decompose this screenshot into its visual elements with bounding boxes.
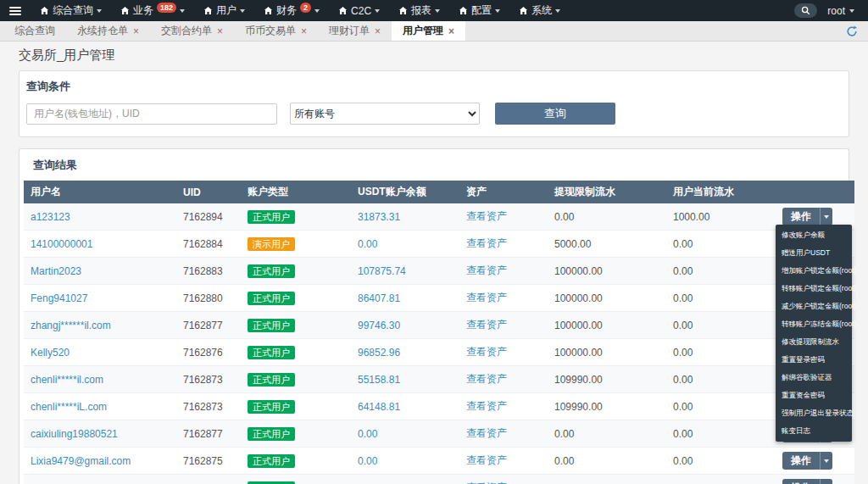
tab[interactable]: 交割合约单 × — [150, 21, 234, 41]
tab-label: 综合查询 — [14, 24, 55, 38]
balance-link[interactable]: 99746.30 — [358, 320, 400, 331]
tab-close-icon[interactable]: × — [217, 26, 223, 36]
view-assets-link[interactable]: 查看资产 — [466, 454, 507, 466]
tab[interactable]: 用户管理 × — [392, 21, 465, 41]
tab[interactable]: 综合查询 × — [3, 21, 66, 41]
action-button[interactable]: 操作 — [782, 479, 820, 484]
user-name: root — [827, 5, 845, 17]
table-row: Martin2023 7162883 正式用户 107875.74 查看资产 1… — [24, 258, 854, 285]
account-type-select[interactable]: 所有账号 — [290, 103, 480, 125]
current-flow-cell: 0.00 — [666, 393, 776, 420]
navbar-menu-item[interactable]: 业务 182 — [111, 0, 194, 21]
view-assets-link[interactable]: 查看资产 — [466, 346, 507, 358]
action-split-button: 操作 — [782, 452, 832, 470]
table-row: Lichun*****il.com 7162872 正式用户 0.00 查看资产… — [24, 475, 854, 484]
username-link[interactable]: zhangj******il.com — [31, 320, 111, 331]
navbar-menu-item[interactable]: 用户 — [194, 0, 254, 21]
tab-label: 理财订单 — [329, 24, 370, 38]
tab-close-icon[interactable]: × — [133, 26, 139, 36]
navbar-menu-item[interactable]: 系统 — [509, 0, 570, 21]
refresh-button[interactable] — [844, 24, 860, 39]
action-menu-item[interactable]: 账变日志 — [776, 422, 852, 440]
action-menu-item[interactable]: 修改提现限制流水 — [776, 333, 852, 351]
search-button[interactable]: 查询 — [495, 103, 615, 125]
action-dropdown-toggle[interactable] — [820, 208, 832, 225]
username-link[interactable]: chenli*****il.com — [31, 374, 103, 386]
username-link[interactable]: Kelly520 — [31, 347, 70, 359]
action-menu-item[interactable]: 增加账户锁定金额(root) — [776, 262, 852, 280]
notification-badge: 2 — [300, 3, 311, 13]
tab-label: 币币交易单 — [245, 24, 296, 38]
username-link[interactable]: Feng941027 — [31, 292, 87, 304]
action-menu-item[interactable]: 重置登录密码 — [776, 351, 852, 369]
view-assets-link[interactable]: 查看资产 — [466, 292, 507, 303]
account-type-badge: 正式用户 — [248, 346, 295, 359]
action-menu-item[interactable]: 赠送用户USDT — [776, 244, 852, 262]
tab[interactable]: 币币交易单 × — [234, 21, 318, 41]
action-menu-item[interactable]: 转移账户冻结金额(root) — [776, 315, 852, 333]
tab-label: 永续持仓单 — [77, 24, 128, 38]
navbar-menu-item[interactable]: 财务 2 — [254, 0, 329, 21]
balance-link[interactable]: 0.00 — [358, 455, 377, 467]
navbar-menu-item[interactable]: 综合查询 — [31, 0, 111, 21]
action-dropdown-toggle[interactable] — [820, 452, 832, 470]
action-menu-item[interactable]: 重置资金密码 — [776, 387, 852, 404]
username-link[interactable]: 14100000001 — [31, 238, 92, 250]
navbar-search-button[interactable] — [794, 3, 817, 18]
view-assets-link[interactable]: 查看资产 — [466, 427, 507, 439]
tab-close-icon[interactable]: × — [301, 26, 307, 36]
tab[interactable]: 理财订单 × — [318, 21, 392, 41]
action-menu-item[interactable]: 强制用户退出登录状态 — [776, 404, 852, 422]
tab[interactable]: 永续持仓单 × — [66, 21, 150, 41]
query-controls: 所有账号 查询 — [26, 103, 842, 125]
username-link[interactable]: caixiuling19880521 — [31, 428, 118, 440]
tab-close-icon[interactable]: × — [375, 26, 381, 36]
table-row: chenli*****il.com 7162873 正式用户 55158.81 … — [24, 366, 854, 393]
balance-link[interactable]: 31873.31 — [358, 211, 400, 223]
balance-link[interactable]: 0.00 — [358, 238, 377, 250]
action-menu-item[interactable]: 转移账户锁定金额(root) — [776, 280, 852, 298]
action-dropdown-toggle[interactable] — [820, 479, 832, 484]
home-icon — [398, 6, 408, 15]
balance-link[interactable]: 64148.81 — [358, 401, 400, 413]
username-link[interactable]: a123123 — [31, 211, 70, 223]
navbar-menu-item[interactable]: C2C — [329, 0, 389, 21]
navbar-menu-item[interactable]: 报表 — [389, 0, 449, 21]
balance-link[interactable]: 0.00 — [358, 428, 377, 440]
sidebar-toggle-button[interactable] — [0, 0, 31, 21]
username-link[interactable]: chenli*****iL.com — [31, 401, 107, 413]
view-assets-link[interactable]: 查看资产 — [466, 264, 507, 276]
action-menu-item[interactable]: 解绑谷歌验证器 — [776, 369, 852, 387]
home-icon — [203, 6, 213, 15]
column-header: 提现限制流水 — [548, 181, 666, 203]
view-assets-link[interactable]: 查看资产 — [466, 319, 507, 331]
withdraw-limit-cell: 0.00 — [548, 420, 666, 448]
chevron-down-icon — [240, 9, 245, 13]
action-button[interactable]: 操作 — [782, 208, 820, 225]
user-menu[interactable]: root — [827, 5, 854, 17]
table-header-row: 用户名UID账户类型USDT账户余额资产提现限制流水用户当前流水 — [24, 181, 854, 203]
search-icon — [801, 6, 810, 15]
view-assets-link[interactable]: 查看资产 — [466, 210, 507, 222]
view-assets-link[interactable]: 查看资产 — [466, 237, 507, 249]
balance-link[interactable]: 86407.81 — [358, 292, 400, 304]
chevron-down-icon — [824, 215, 829, 219]
table-row: 14100000001 7162884 演示用户 0.00 查看资产 5000.… — [24, 231, 854, 258]
action-menu-item[interactable]: 修改账户余额 — [776, 226, 852, 244]
balance-link[interactable]: 107875.74 — [358, 265, 406, 277]
current-flow-cell: 0.00 — [666, 448, 776, 475]
uid-cell: 7162880 — [176, 285, 241, 312]
username-link[interactable]: Martin2023 — [31, 265, 81, 277]
balance-link[interactable]: 96852.96 — [358, 347, 400, 359]
table-row: Kelly520 7162876 正式用户 96852.96 查看资产 1000… — [24, 339, 854, 366]
username-link[interactable]: Lixia9479@gmail.com — [31, 455, 131, 467]
balance-link[interactable]: 55158.81 — [358, 374, 400, 386]
view-assets-link[interactable]: 查看资产 — [466, 400, 507, 412]
navbar-menu-item[interactable]: 配置 — [449, 0, 509, 21]
action-button[interactable]: 操作 — [782, 452, 820, 470]
tab-close-icon[interactable]: × — [448, 26, 454, 36]
view-assets-link[interactable]: 查看资产 — [466, 373, 507, 385]
withdraw-limit-cell: 100000.00 — [548, 258, 666, 285]
action-menu-item[interactable]: 减少账户锁定金额(root) — [776, 298, 852, 315]
search-input[interactable] — [26, 103, 277, 125]
